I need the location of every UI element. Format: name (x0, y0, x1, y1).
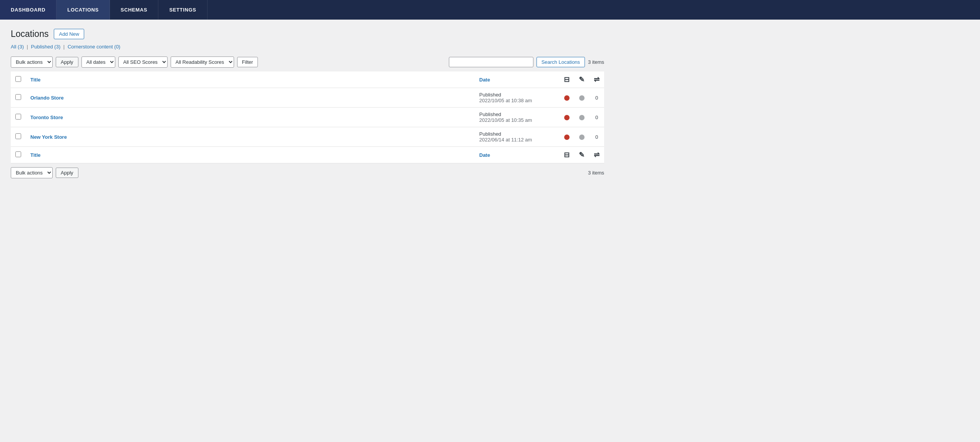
row-status-orlando: Published (479, 92, 555, 98)
page-content: Locations Add New All (3) | Published (3… (0, 20, 615, 191)
search-input[interactable] (449, 57, 533, 67)
seo-dot-toronto (564, 115, 570, 120)
row-readability-dot-cell (574, 88, 589, 108)
filter-published[interactable]: Published (3) (31, 44, 61, 50)
row-count-orlando: 0 (595, 95, 598, 101)
locations-table: Title Date ⊟ ✎ ⇌ (11, 71, 604, 163)
search-locations-button[interactable]: Search Locations (537, 57, 585, 67)
row-seo-dot-cell (559, 88, 574, 108)
links-icon: ⇌ (594, 76, 600, 83)
nav-dashboard[interactable]: DASHBOARD (0, 0, 56, 20)
row-count-toronto: 0 (595, 115, 598, 120)
seo-score-icon-bottom: ⊟ (564, 151, 570, 159)
row-title-cell: Orlando Store (26, 88, 475, 108)
select-all-checkbox[interactable] (15, 76, 21, 82)
row-checkbox-cell (11, 127, 26, 147)
footer-seo-icon: ⊟ (559, 147, 574, 163)
row-checkbox-toronto[interactable] (15, 114, 21, 120)
footer-links-icon: ⇌ (589, 147, 604, 163)
page-title: Locations (11, 29, 48, 39)
nav-locations[interactable]: LOCATIONS (56, 0, 110, 20)
apply-button-bottom[interactable]: Apply (56, 168, 78, 178)
row-checkbox-orlando[interactable] (15, 94, 21, 100)
toolbar-right: Search Locations 3 items (449, 57, 604, 67)
readability-icon: ✎ (579, 76, 585, 83)
seo-dot-orlando (564, 95, 570, 101)
table-row: Toronto Store Published 2022/10/05 at 10… (11, 108, 604, 127)
footer-checkbox-cell (11, 147, 26, 163)
row-seo-dot-cell (559, 108, 574, 127)
table-footer-row: Title Date ⊟ ✎ ⇌ (11, 147, 604, 163)
sort-title-link[interactable]: Title (30, 77, 41, 83)
header-title[interactable]: Title (26, 71, 475, 88)
row-date-cell: Published 2022/10/05 at 10:35 am (475, 108, 559, 127)
row-readability-dot-cell (574, 127, 589, 147)
row-readability-dot-cell (574, 108, 589, 127)
filter-cornerstone[interactable]: Cornerstone content (0) (68, 44, 120, 50)
sort-date-link-bottom[interactable]: Date (479, 152, 490, 158)
readability-icon-bottom: ✎ (579, 151, 585, 159)
apply-button-top[interactable]: Apply (56, 57, 78, 67)
nav-settings[interactable]: SETTINGS (158, 0, 207, 20)
add-new-button[interactable]: Add New (54, 29, 84, 39)
seo-scores-select[interactable]: All SEO Scores (118, 56, 168, 68)
readability-dot-toronto (579, 115, 585, 120)
items-count-bottom: 3 items (588, 170, 604, 176)
row-checkbox-new-york[interactable] (15, 133, 21, 139)
row-count-new-york: 0 (595, 134, 598, 140)
sort-date-link[interactable]: Date (479, 77, 490, 83)
row-date-cell: Published 2022/10/05 at 10:38 am (475, 88, 559, 108)
row-count-cell: 0 (589, 108, 604, 127)
row-title-link-orlando[interactable]: Orlando Store (30, 95, 64, 101)
toolbar-bottom: Bulk actions Apply 3 items (11, 164, 604, 181)
filter-links-row: All (3) | Published (3) | Cornerstone co… (11, 44, 604, 50)
row-date-new-york: 2022/06/14 at 11:12 am (479, 137, 555, 143)
sort-title-link-bottom[interactable]: Title (30, 152, 41, 158)
row-checkbox-cell (11, 108, 26, 127)
table-row: New York Store Published 2022/06/14 at 1… (11, 127, 604, 147)
toolbar-bottom-right: 3 items (588, 170, 604, 176)
bulk-actions-select-bottom[interactable]: Bulk actions (11, 167, 53, 178)
footer-title[interactable]: Title (26, 147, 475, 163)
filter-button[interactable]: Filter (237, 57, 258, 67)
row-checkbox-cell (11, 88, 26, 108)
row-title-link-new-york[interactable]: New York Store (30, 134, 67, 140)
select-all-checkbox-bottom[interactable] (15, 151, 21, 157)
readability-dot-orlando (579, 95, 585, 101)
filter-all[interactable]: All (3) (11, 44, 24, 50)
footer-readability-icon: ✎ (574, 147, 589, 163)
header-seo-icon: ⊟ (559, 71, 574, 88)
readability-dot-new-york (579, 135, 585, 140)
row-date-toronto: 2022/10/05 at 10:35 am (479, 117, 555, 123)
top-navigation: DASHBOARD LOCATIONS SCHEMAS SETTINGS (0, 0, 980, 20)
links-icon-bottom: ⇌ (594, 151, 600, 159)
bulk-actions-select-top[interactable]: Bulk actions (11, 56, 53, 68)
row-count-cell: 0 (589, 127, 604, 147)
table-row: Orlando Store Published 2022/10/05 at 10… (11, 88, 604, 108)
row-date-cell: Published 2022/06/14 at 11:12 am (475, 127, 559, 147)
readability-scores-select[interactable]: All Readability Scores (171, 56, 234, 68)
header-readability-icon: ✎ (574, 71, 589, 88)
title-row: Locations Add New (11, 29, 604, 39)
row-status-new-york: Published (479, 131, 555, 137)
nav-schemas[interactable]: SCHEMAS (110, 0, 159, 20)
seo-dot-new-york (564, 135, 570, 140)
row-seo-dot-cell (559, 127, 574, 147)
table-header-row: Title Date ⊟ ✎ ⇌ (11, 71, 604, 88)
all-dates-select[interactable]: All dates (81, 56, 115, 68)
row-status-toronto: Published (479, 111, 555, 117)
row-title-cell: New York Store (26, 127, 475, 147)
header-checkbox-cell (11, 71, 26, 88)
footer-date[interactable]: Date (475, 147, 559, 163)
row-title-link-toronto[interactable]: Toronto Store (30, 115, 63, 120)
row-count-cell: 0 (589, 88, 604, 108)
toolbar-top: Bulk actions Apply All dates All SEO Sco… (11, 53, 604, 71)
header-links-icon: ⇌ (589, 71, 604, 88)
row-title-cell: Toronto Store (26, 108, 475, 127)
items-count-top: 3 items (588, 59, 604, 65)
row-date-orlando: 2022/10/05 at 10:38 am (479, 98, 555, 103)
seo-score-icon: ⊟ (564, 76, 570, 83)
header-date[interactable]: Date (475, 71, 559, 88)
